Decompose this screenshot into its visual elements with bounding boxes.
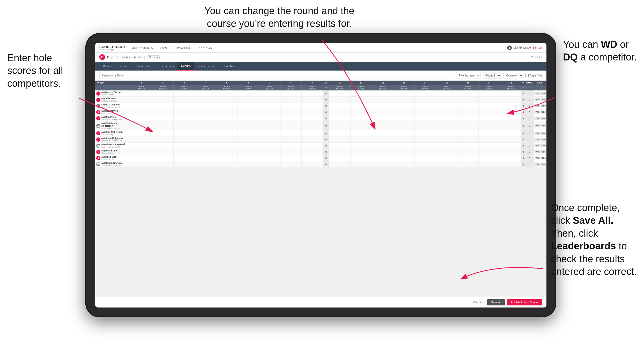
score-cell-p0-h6[interactable] [238, 90, 259, 97]
score-cell-p3-h10[interactable] [329, 109, 351, 115]
score-input-p4-h4[interactable] [196, 117, 216, 120]
score-input-p9-h7[interactable] [260, 151, 280, 153]
score-input-p0-h14[interactable] [415, 92, 435, 95]
score-input-p9-h4[interactable] [196, 151, 216, 153]
wd-button-1[interactable]: WD [535, 98, 540, 101]
score-cell-p6-h5[interactable] [216, 130, 238, 136]
score-input-p2-h5[interactable] [217, 105, 237, 107]
sign-out-link[interactable]: Sign out [533, 46, 542, 49]
score-cell-p1-h14[interactable] [414, 97, 436, 103]
score-input-p8-h1[interactable] [131, 144, 152, 147]
score-cell-p6-h14[interactable] [414, 130, 436, 136]
dq-button-10[interactable]: DQ [541, 157, 546, 159]
score-input-p1-h9[interactable] [302, 98, 322, 101]
score-cell-p9-h3[interactable] [174, 149, 195, 155]
score-cell-p9-h17[interactable] [479, 149, 500, 155]
score-cell-p8-h2[interactable] [152, 143, 174, 149]
score-cell-p2-h9[interactable] [302, 103, 323, 109]
score-input-p8-h16[interactable] [458, 144, 478, 147]
wd-button-4[interactable]: WD [535, 117, 540, 120]
score-input-p9-h9[interactable] [302, 151, 322, 153]
score-input-p2-h8[interactable] [281, 105, 301, 107]
score-input-p10-h1[interactable] [131, 157, 152, 159]
score-input-p11-h1[interactable] [131, 163, 152, 166]
score-cell-p5-h6[interactable] [238, 121, 259, 130]
score-input-p7-h6[interactable] [238, 138, 258, 141]
score-input-p4-h17[interactable] [479, 117, 499, 120]
score-cell-p10-h17[interactable] [479, 155, 500, 161]
score-input-p5-h13[interactable] [394, 125, 414, 127]
score-cell-p3-h9[interactable] [302, 109, 323, 115]
score-cell-p8-h15[interactable] [436, 143, 457, 149]
score-input-p6-h16[interactable] [458, 132, 478, 135]
score-cell-p3-h2[interactable] [152, 109, 174, 115]
score-cell-p0-h8[interactable] [280, 90, 302, 97]
score-cell-p9-h2[interactable] [152, 149, 174, 155]
score-cell-p3-h3[interactable] [174, 109, 195, 115]
score-input-p3-h10[interactable] [330, 111, 350, 113]
score-input-p10-h11[interactable] [351, 157, 371, 159]
dq-button-8[interactable]: DQ [541, 144, 546, 147]
score-input-p8-h6[interactable] [238, 144, 258, 147]
score-input-p9-h18[interactable] [501, 151, 521, 153]
score-input-p3-h17[interactable] [479, 111, 499, 113]
score-input-p5-h4[interactable] [196, 125, 216, 127]
score-cell-p8-h8[interactable] [280, 143, 302, 149]
score-input-p9-h8[interactable] [281, 151, 301, 153]
score-input-p9-h13[interactable] [394, 151, 414, 153]
score-input-p1-h15[interactable] [436, 98, 457, 101]
tab-leaderboards[interactable]: Leaderboards [194, 62, 219, 71]
score-input-p1-h16[interactable] [458, 98, 478, 101]
score-cell-p5-h15[interactable] [436, 121, 457, 130]
score-input-p5-h8[interactable] [281, 125, 301, 127]
score-input-p3-h7[interactable] [260, 111, 280, 113]
score-input-p5-h18[interactable] [501, 125, 521, 127]
score-cell-p4-h11[interactable] [351, 115, 372, 121]
score-cell-p6-h18[interactable] [500, 130, 521, 136]
score-cell-p5-h18[interactable] [500, 121, 521, 130]
dq-button-5[interactable]: DQ [541, 124, 546, 127]
score-cell-p8-h14[interactable] [414, 143, 436, 149]
score-cell-p10-h9[interactable] [302, 155, 323, 161]
score-input-p0-h13[interactable] [394, 92, 414, 95]
score-cell-p6-h3[interactable] [174, 130, 195, 136]
score-input-p11-h5[interactable] [217, 163, 237, 166]
score-cell-p3-h18[interactable] [500, 109, 521, 115]
score-cell-p7-h3[interactable] [174, 136, 195, 143]
score-input-p3-h12[interactable] [373, 111, 393, 113]
score-input-p5-h17[interactable] [479, 125, 499, 127]
score-input-p9-h10[interactable] [330, 151, 350, 153]
score-cell-p5-h17[interactable] [479, 121, 500, 130]
score-input-p10-h10[interactable] [330, 157, 350, 159]
score-input-p6-h11[interactable] [351, 132, 371, 135]
score-cell-p2-h14[interactable] [414, 103, 436, 109]
score-input-p1-h8[interactable] [281, 98, 301, 101]
score-cell-p4-h3[interactable] [174, 115, 195, 121]
score-cell-p2-h6[interactable] [238, 103, 259, 109]
score-cell-p0-h14[interactable] [414, 90, 436, 97]
score-cell-p7-h15[interactable] [436, 136, 457, 143]
score-cell-p2-h4[interactable] [195, 103, 216, 109]
score-cell-p2-h15[interactable] [436, 103, 457, 109]
tab-results[interactable]: Results [177, 62, 194, 71]
score-input-p4-h16[interactable] [458, 117, 478, 120]
score-cell-p9-h4[interactable] [195, 149, 216, 155]
score-input-p5-h16[interactable] [458, 125, 478, 127]
score-cell-p10-h16[interactable] [457, 155, 479, 161]
score-input-p4-h18[interactable] [501, 117, 521, 120]
nav-teams[interactable]: TEAMS [158, 46, 168, 50]
score-cell-p7-h1[interactable] [131, 136, 152, 143]
score-cell-p7-h2[interactable] [152, 136, 174, 143]
score-input-p1-h12[interactable] [373, 98, 393, 101]
score-cell-p0-h11[interactable] [351, 90, 372, 97]
score-input-p6-h7[interactable] [260, 132, 280, 135]
score-cell-p7-h6[interactable] [238, 136, 259, 143]
score-input-p0-h16[interactable] [458, 92, 478, 95]
score-cell-p4-h8[interactable] [280, 115, 302, 121]
score-input-p3-h4[interactable] [196, 111, 216, 113]
search-input[interactable] [99, 72, 454, 79]
score-cell-p11-h5[interactable] [216, 161, 238, 167]
score-cell-p2-h7[interactable] [259, 103, 280, 109]
score-input-p8-h10[interactable] [330, 144, 350, 147]
score-cell-p2-h17[interactable] [479, 103, 500, 109]
